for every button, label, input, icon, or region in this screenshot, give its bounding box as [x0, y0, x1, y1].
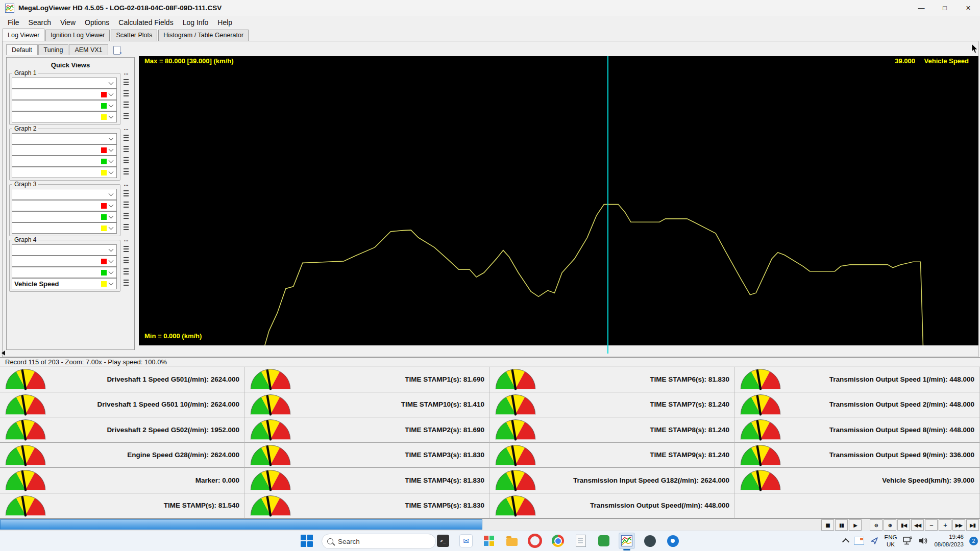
series-select-4-3[interactable]	[12, 267, 117, 278]
series-options-button[interactable]	[122, 156, 130, 164]
series-options-button[interactable]	[122, 267, 130, 276]
series-options-button[interactable]	[122, 212, 130, 220]
taskbar-icon-notepad[interactable]	[573, 533, 589, 549]
series-select-4-2[interactable]	[12, 256, 117, 267]
group-menu-button[interactable]: ...	[122, 127, 130, 133]
rewind-button[interactable]: ◀◀	[911, 519, 924, 531]
taskbar-icon-dark-app[interactable]	[642, 533, 658, 549]
taskbar-icon-blue-app[interactable]	[665, 533, 681, 549]
tab-scatter-plots[interactable]: Scatter Plots	[111, 30, 157, 41]
scrollbar-thumb[interactable]	[0, 519, 482, 530]
series-select-1-4[interactable]	[12, 111, 117, 122]
series-select-1-2[interactable]	[12, 89, 117, 100]
series-options-button[interactable]	[122, 167, 130, 176]
menu-options[interactable]: Options	[80, 17, 114, 28]
start-button[interactable]	[300, 534, 313, 549]
minimize-button[interactable]: —	[910, 0, 933, 16]
menu-file[interactable]: File	[3, 17, 24, 28]
fast-forward-button[interactable]: ▶▶	[952, 519, 965, 531]
series-select-3-3[interactable]	[12, 211, 117, 222]
view-tab-tuning[interactable]: Tuning	[38, 44, 69, 55]
chevron-down-icon	[109, 169, 114, 174]
series-select-2-1[interactable]	[12, 133, 117, 144]
menu-log-info[interactable]: Log Info	[178, 17, 213, 28]
series-select-3-4[interactable]	[12, 222, 117, 234]
chevron-down-icon	[109, 281, 114, 286]
series-options-button[interactable]	[122, 89, 130, 97]
taskbar-icon-mail[interactable]: ✉	[458, 533, 474, 549]
group-menu-button[interactable]: ...	[122, 71, 130, 78]
menu-calculated-fields[interactable]: Calculated Fields	[114, 17, 178, 28]
series-options-button[interactable]	[122, 189, 130, 197]
pause-button[interactable]: ▮▮	[835, 519, 848, 531]
list-icon	[124, 168, 129, 174]
menu-view[interactable]: View	[56, 17, 80, 28]
series-options-button[interactable]	[122, 112, 130, 120]
series-options-button[interactable]	[122, 201, 130, 209]
stop-button[interactable]: ■	[821, 519, 834, 531]
series-options-button[interactable]	[122, 145, 130, 153]
slower-button[interactable]: −	[925, 519, 938, 531]
tray-arrow-icon[interactable]	[870, 536, 879, 545]
faster-button[interactable]: +	[939, 519, 951, 531]
tray-expand-icon[interactable]	[842, 538, 849, 545]
new-view-button[interactable]	[112, 45, 122, 55]
clock[interactable]: 19:46 08/08/2023	[934, 533, 964, 548]
series-options-button[interactable]	[122, 256, 130, 264]
maximize-button[interactable]: □	[933, 0, 957, 16]
taskbar-icon-store[interactable]	[481, 533, 497, 549]
taskbar-icon-opera[interactable]	[527, 533, 543, 549]
skip-to-start-button[interactable]: ▮◀	[897, 519, 910, 531]
series-select-2-3[interactable]	[12, 156, 117, 167]
view-tab-default[interactable]: Default	[6, 44, 38, 55]
gauge-label: Transmission Input Speed G182(/min): 262…	[538, 477, 734, 484]
splitter-arrows-icon[interactable]	[2, 350, 5, 356]
search-placeholder: Search	[338, 538, 360, 545]
tab-log-viewer[interactable]: Log Viewer	[3, 29, 44, 41]
taskbar-search[interactable]: Search	[322, 534, 436, 549]
gauge-label: TIME STAMP6(s): 81.830	[538, 375, 734, 383]
menu-search[interactable]: Search	[24, 17, 56, 28]
taskbar-icon-terminal[interactable]: >_	[435, 533, 451, 549]
series-select-4-1[interactable]	[12, 244, 117, 256]
play-button[interactable]: ▶	[849, 519, 862, 531]
series-select-1-1[interactable]	[12, 78, 117, 89]
series-select-4-4[interactable]: Vehicle Speed	[12, 278, 117, 289]
gauge-icon	[738, 418, 783, 441]
dark-app-icon	[644, 535, 656, 547]
tab-ignition-log-viewer[interactable]: Ignition Log Viewer	[45, 30, 110, 41]
series-options-button[interactable]	[122, 223, 130, 231]
network-icon[interactable]	[902, 536, 913, 545]
series-select-2-2[interactable]	[12, 144, 117, 156]
taskbar-icon-green-app[interactable]	[596, 533, 612, 549]
series-options-button[interactable]	[122, 101, 130, 109]
close-button[interactable]: ×	[957, 0, 980, 16]
tab-histogram-table-generator[interactable]: Histogram / Table Generator	[158, 30, 249, 41]
taskbar-icon-megalogviewer[interactable]	[619, 533, 635, 549]
volume-icon[interactable]	[918, 536, 928, 545]
taskbar-icon-file-explorer[interactable]	[504, 533, 520, 549]
zoom-in-button[interactable]: ⊕	[884, 519, 896, 531]
gauge-label: TIME STAMP2(s): 81.690	[293, 426, 489, 434]
log-chart[interactable]	[139, 56, 978, 345]
menu-help[interactable]: Help	[213, 17, 237, 28]
series-options-button[interactable]	[122, 78, 130, 86]
language-indicator[interactable]: ENG UK	[885, 534, 897, 548]
series-options-button[interactable]	[122, 245, 130, 253]
series-select-3-2[interactable]	[12, 200, 117, 211]
gauge-cell: TIME STAMP(s): 81.540	[0, 493, 245, 519]
series-options-button[interactable]	[122, 279, 130, 287]
group-menu-button[interactable]: ...	[122, 238, 130, 244]
group-menu-button[interactable]: ...	[122, 182, 130, 189]
taskbar-icon-chrome[interactable]	[550, 533, 566, 549]
series-select-2-4[interactable]	[12, 167, 117, 178]
skip-to-end-button[interactable]: ▶▮	[966, 519, 979, 531]
notification-badge[interactable]: 2	[969, 537, 978, 545]
series-select-3-1[interactable]	[12, 189, 117, 200]
series-select-1-3[interactable]	[12, 100, 117, 111]
language-line1: ENG	[885, 534, 897, 541]
view-tab-aem-vx1[interactable]: AEM VX1	[69, 44, 108, 55]
zoom-out-button[interactable]: ⊖	[870, 519, 883, 531]
series-options-button[interactable]	[122, 134, 130, 142]
tray-app-icon[interactable]	[854, 537, 864, 545]
